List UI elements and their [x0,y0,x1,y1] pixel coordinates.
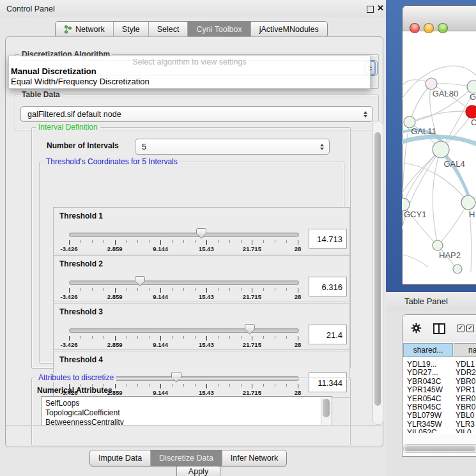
bottom-tab-label: Infer Network [231,454,278,463]
spinner-arrows-icon[interactable] [318,144,326,150]
network-node-gal80[interactable] [426,78,437,89]
table-data-combobox[interactable]: galFiltered.sif default node [20,106,373,122]
tab-network[interactable]: Network [56,22,114,37]
slider-tick [160,240,161,245]
network-node-c[interactable] [466,105,476,118]
attributes-list-scrollbar[interactable] [321,397,331,425]
slider-tick-label: 28 [295,245,302,252]
slider-tick-label: 9.144 [153,245,168,252]
control-panel-body: Discretization Algorithm Table Data galF… [5,36,383,447]
network-node-label: GA [470,92,476,102]
slider-thumb[interactable] [245,324,255,335]
threshold-label: Threshold 4 [59,355,103,364]
network-node-label: GCY1 [404,210,426,219]
attribute-item[interactable]: SelfLoops [45,399,79,408]
slider-tick [195,288,196,291]
threshold-panel-3: Threshold 3-3.4262.8599.14415.4321.71528… [53,303,350,350]
tab-label: Style [122,25,140,34]
table-cell[interactable]: YDL19... [407,360,437,369]
tab-select[interactable]: Select [149,22,188,37]
attribute-item[interactable]: TopologicalCoefficient [45,408,120,417]
slider-tick [263,240,264,243]
slider-track[interactable] [69,328,299,333]
table-cell[interactable]: YBR043C [407,377,441,386]
slider-tick [149,240,150,243]
threshold-value-field[interactable]: 21.4 [309,325,347,344]
node-table: ✓ ✓ shared... na YDL19...YDL1YDR27...YDR… [402,314,476,457]
top-tab-bar: NetworkStyleSelectCyni ToolboxjActiveMNo… [55,21,328,38]
slider-tick [104,240,104,243]
slider-tick [195,336,196,339]
apply-button[interactable]: Apply [176,465,220,476]
tab-style[interactable]: Style [114,22,149,37]
float-window-icon[interactable] [367,6,374,13]
network-view[interactable]: GAL80GACGAL11GAL4GCY1HHAP2 [402,31,476,284]
panel-title: Control Panel [6,4,55,13]
slider-track[interactable] [69,280,299,285]
table-cell[interactable]: YBR045C [407,403,441,411]
combo-arrows-icon[interactable] [361,111,370,118]
table-cell[interactable]: YLR3 [456,420,475,429]
network-node-h[interactable] [461,196,475,210]
panel-scrollbar[interactable] [372,121,383,425]
table-cell[interactable]: YBR0 [456,377,475,386]
number-of-intervals-spinner[interactable]: 5 [135,139,330,155]
numerical-attributes-list[interactable]: SelfLoopsTopologicalCoefficientBetweenne… [41,396,332,426]
table-cell[interactable]: YDL1 [456,360,475,369]
threshold-label: Threshold 2 [59,259,103,268]
column-header-shared[interactable]: shared... [403,343,453,357]
network-node-gcy1[interactable] [402,198,410,211]
checkbox-icon[interactable]: ✓ [466,325,474,332]
slider-tick [81,288,81,291]
table-cell[interactable]: YBR0 [456,403,475,411]
tab-jactivemnodules[interactable]: jActiveMNodules [251,22,327,37]
threshold-value-field[interactable]: 14.713 [309,229,347,249]
slider-tick [275,288,275,291]
slider-tick [172,288,173,291]
slider-tick-label: 21.715 [243,245,261,252]
gear-icon[interactable] [411,323,422,336]
slider-thumb[interactable] [135,276,145,287]
slider-tick-label: -3.426 [61,293,78,300]
table-cell[interactable]: YPR1 [456,385,475,394]
table-cell[interactable]: YER054C [407,394,441,403]
checkbox-icon[interactable]: ✓ [457,325,464,332]
tab-cyni-toolbox[interactable]: Cyni Toolbox [188,22,250,37]
bottom-tab-discretize-data[interactable]: Discretize Data [151,450,222,466]
close-icon[interactable]: ✕ [377,3,384,13]
slider-tick-label: -3.426 [61,245,78,252]
slider-tick [286,240,287,243]
slider-tick [183,240,184,243]
column-header-name[interactable]: na [454,343,476,357]
slider-tick-label: 2.859 [107,293,123,300]
threshold-panel-1: Threshold 1-3.4262.8599.14415.4321.71528… [53,207,350,254]
algorithm-popup-hint: Select algorithm to view settings [9,58,370,66]
slider-thumb[interactable] [196,228,206,239]
table-hscrollbar[interactable] [403,444,476,453]
popup-item-manual-discretization[interactable]: Manual Discretization [11,66,96,76]
slider-tick-label: 9.144 [153,341,168,348]
table-cell[interactable]: YBL0 [456,411,474,420]
table-cell[interactable]: YPR145W [407,385,443,394]
bottom-tab-impute-data[interactable]: Impute Data [90,450,151,466]
network-node-gal4[interactable] [433,141,449,158]
slider-track[interactable] [69,233,299,237]
bottom-tab-infer-network[interactable]: Infer Network [222,450,286,466]
network-node-ga[interactable] [467,81,476,93]
slider-tick-label: 28 [295,293,302,300]
table-cell[interactable]: YDR2 [456,368,476,377]
table-cell[interactable]: YDR27... [407,368,438,377]
table-cell[interactable]: YBL079W [407,411,441,420]
table-cell[interactable]: YIL0 [456,428,472,433]
network-node-hap2[interactable] [433,240,443,250]
table-cell[interactable]: YER0 [456,394,475,403]
number-of-intervals-value: 5 [135,142,318,151]
network-node[interactable] [453,265,462,273]
threshold-label: Threshold 3 [59,307,103,316]
table-cell[interactable]: YLR345W [407,420,442,429]
threshold-value-field[interactable]: 6.316 [309,277,347,296]
slider-tick [149,288,150,291]
table-cell[interactable]: YIL052C [407,428,437,433]
popup-item-equal-width[interactable]: Equal Width/Frequency Discretization [11,77,150,86]
split-view-icon[interactable] [433,323,445,334]
